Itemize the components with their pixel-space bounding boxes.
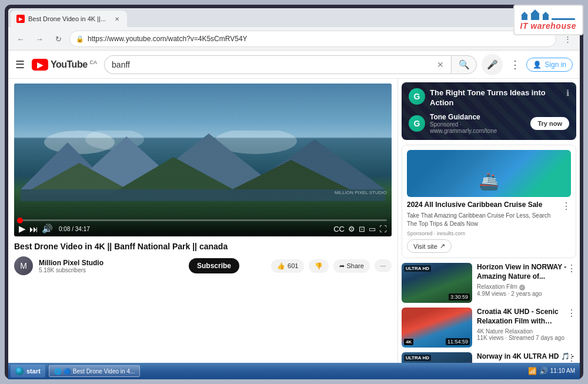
taskbar-items: 🌐 🔵 Best Drone Video in 4... bbox=[49, 365, 528, 377]
croatia-thumb-bg: 4K 11:54:59 bbox=[402, 308, 472, 348]
sign-in-icon: 👤 bbox=[533, 61, 542, 69]
browser-icon: 🌐 bbox=[54, 368, 61, 375]
taskbar-browser-icon[interactable]: 🌐 🔵 Best Drone Video in 4... bbox=[49, 365, 140, 377]
progress-bar[interactable] bbox=[19, 219, 387, 221]
start-button[interactable]: start bbox=[11, 365, 45, 378]
youtube-logo[interactable]: ▶ YouTube CA bbox=[32, 59, 97, 71]
list-item[interactable]: 4K 11:54:59 Croatia 4K UHD - Scenic Rela… bbox=[402, 308, 576, 348]
youtube-logo-text: YouTube bbox=[51, 59, 88, 70]
ad-cta-button[interactable]: Try now bbox=[530, 117, 569, 130]
it-warehouse-watermark: IT warehouse bbox=[513, 5, 583, 35]
ad-headline: The Right Tone Turns Ideas into Action bbox=[430, 88, 562, 108]
ultra-hd-badge: ULTRA HD bbox=[404, 265, 431, 272]
ad-sponsored: Sponsored · www.grammarly.com/tone bbox=[430, 121, 526, 134]
tab-close-button[interactable]: ✕ bbox=[113, 15, 121, 23]
youtube-page: ☰ ▶ YouTube CA ✕ 🔍 🎤 ⋮ bbox=[8, 51, 580, 379]
settings-button[interactable]: ⚙ bbox=[348, 225, 355, 233]
ad-info-button[interactable]: ℹ bbox=[566, 88, 569, 98]
it-brand-text: IT warehouse bbox=[520, 21, 576, 31]
verified-icon: ✓ bbox=[519, 285, 525, 290]
channel-info: Million Pixel Studio 5.18K subscribers bbox=[39, 259, 183, 273]
back-button[interactable]: ← bbox=[13, 31, 28, 46]
like-button[interactable]: 👍 601 bbox=[271, 259, 304, 273]
sidebar: G The Right Tone Turns Ideas into Action… bbox=[397, 79, 580, 379]
norway-more-button[interactable]: ⋮ bbox=[567, 263, 576, 274]
it-line bbox=[552, 18, 575, 20]
controls-row: ▶ ⏭ 🔊 0:08 / 34:17 CC ⚙ ⊡ ▭ ⛶ bbox=[19, 223, 387, 234]
ad-grammarly[interactable]: G The Right Tone Turns Ideas into Action… bbox=[402, 82, 576, 140]
volume-button[interactable]: 🔊 bbox=[42, 223, 53, 234]
play-button[interactable]: ▶ bbox=[19, 223, 26, 234]
subtitles-button[interactable]: CC bbox=[333, 225, 345, 233]
menu-icon[interactable]: ☰ bbox=[15, 58, 25, 71]
forward-button[interactable]: → bbox=[32, 31, 47, 46]
ad-more-button[interactable]: ⋮ bbox=[562, 201, 571, 212]
search-bar: ✕ 🔍 🎤 bbox=[104, 54, 503, 75]
cruise-ship-icon: 🚢 bbox=[479, 172, 499, 191]
croatia-more-button[interactable]: ⋮ bbox=[567, 308, 576, 319]
address-bar[interactable]: 🔒 https://www.youtube.com/watch?v=4K5sCm… bbox=[69, 31, 556, 47]
norway-thumbnail: ULTRA HD 3:30:59 bbox=[402, 263, 472, 303]
ad-brand: Tone Guidance bbox=[430, 113, 526, 121]
like-icon: 👍 bbox=[277, 262, 285, 270]
video-controls: ▶ ⏭ 🔊 0:08 / 34:17 CC ⚙ ⊡ ▭ ⛶ bbox=[14, 216, 392, 236]
body-small-2 bbox=[543, 15, 549, 20]
mic-button[interactable]: 🎤 bbox=[482, 54, 503, 75]
body-main bbox=[531, 14, 539, 20]
refresh-button[interactable]: ↻ bbox=[51, 31, 66, 46]
visit-site-label: Visit site bbox=[413, 243, 437, 250]
taskbar-ie-icon: 🔵 bbox=[64, 368, 71, 375]
video-info: Best Drone Video in 4K || Banff National… bbox=[14, 241, 392, 275]
it-house-2 bbox=[530, 9, 540, 20]
theater-button[interactable]: ▭ bbox=[369, 225, 376, 233]
it-house-1 bbox=[521, 12, 528, 20]
channel-avatar[interactable]: M bbox=[14, 256, 33, 275]
fullscreen-button[interactable]: ⛶ bbox=[379, 225, 387, 233]
svg-rect-10 bbox=[21, 189, 385, 201]
cruise-sponsored: Sponsored · iresults.com bbox=[407, 231, 562, 236]
search-clear-button[interactable]: ✕ bbox=[437, 60, 444, 69]
search-input-wrap[interactable]: ✕ bbox=[104, 55, 451, 74]
search-input[interactable] bbox=[112, 60, 437, 69]
active-tab[interactable]: ▶ Best Drone Video in 4K ||... ✕ bbox=[11, 11, 127, 27]
tab-favicon: ▶ bbox=[16, 15, 25, 23]
sign-in-button[interactable]: 👤 Sign in bbox=[526, 58, 573, 72]
channel-name: Million Pixel Studio bbox=[39, 259, 183, 267]
visit-site-button[interactable]: Visit site ↗ bbox=[407, 239, 452, 253]
more-label: ··· bbox=[380, 262, 386, 269]
miniplayer-button[interactable]: ⊡ bbox=[359, 225, 365, 233]
subscribe-button[interactable]: Subscribe bbox=[189, 258, 239, 273]
search-button[interactable]: 🔍 bbox=[451, 55, 477, 74]
external-link-icon: ↗ bbox=[440, 242, 445, 250]
channel-row: M Million Pixel Studio 5.18K subscribers… bbox=[14, 256, 392, 275]
lock-icon: 🔒 bbox=[76, 35, 84, 43]
like-count: 601 bbox=[288, 262, 298, 269]
norway-thumb-bg: ULTRA HD 3:30:59 bbox=[402, 263, 472, 303]
it-house-3 bbox=[542, 12, 549, 20]
video-title: Best Drone Video in 4K || Banff National… bbox=[14, 241, 392, 252]
cruise-img-bg: 🚢 bbox=[407, 150, 571, 197]
youtube-header: ☰ ▶ YouTube CA ✕ 🔍 🎤 ⋮ bbox=[8, 51, 580, 79]
croatia-duration: 11:54:59 bbox=[446, 338, 470, 345]
browser-chrome: ▶ Best Drone Video in 4K ||... ✕ ← → ↻ 🔒… bbox=[8, 8, 580, 51]
croatia-thumbnail: 4K 11:54:59 bbox=[402, 308, 472, 348]
monitor-bezel: ▶ Best Drone Video in 4K ||... ✕ ← → ↻ 🔒… bbox=[5, 5, 583, 379]
share-label: ➦ Share bbox=[339, 262, 363, 270]
video-player[interactable]: MILLION PIXEL STUDIO ▶ ⏭ bbox=[14, 84, 392, 236]
header-more-button[interactable]: ⋮ bbox=[510, 58, 520, 71]
tab-bar: ▶ Best Drone Video in 4K ||... ✕ bbox=[8, 8, 580, 27]
share-button[interactable]: ➦ Share bbox=[333, 259, 369, 273]
youtube-logo-icon: ▶ bbox=[32, 59, 48, 71]
list-item[interactable]: ULTRA HD 3:30:59 Horizon View in NORWAY … bbox=[402, 263, 576, 303]
norway2-more-button[interactable]: ⋮ bbox=[567, 352, 576, 363]
it-houses bbox=[521, 9, 575, 20]
youtube-country: CA bbox=[90, 59, 98, 65]
taskbar-item-label: Best Drone Video in 4... bbox=[73, 368, 135, 375]
dislike-button[interactable]: 👎 bbox=[309, 259, 329, 273]
croatia-info: Croatia 4K UHD - Scenic Relaxation Film … bbox=[477, 308, 576, 348]
next-button[interactable]: ⏭ bbox=[29, 224, 38, 234]
more-button[interactable]: ··· bbox=[375, 259, 392, 272]
cruise-desc: Take That Amazing Caribbean Cruise For L… bbox=[407, 212, 562, 228]
channel-subscribers: 5.18K subscribers bbox=[39, 267, 183, 273]
norway-duration: 3:30:59 bbox=[449, 293, 470, 300]
